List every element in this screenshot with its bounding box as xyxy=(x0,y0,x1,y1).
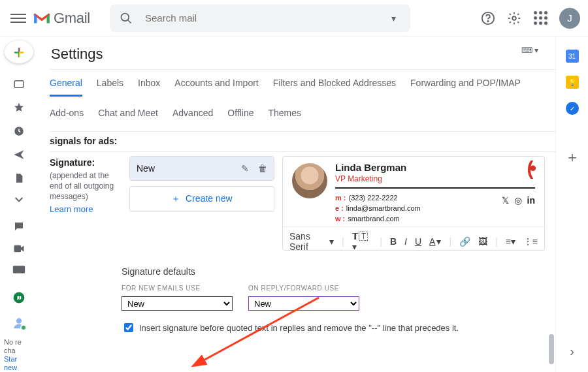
image-icon[interactable]: 🖼 xyxy=(478,236,487,247)
email-key: e : xyxy=(335,204,344,212)
svg-line-1 xyxy=(127,20,131,23)
addons-plus-icon[interactable]: ＋ xyxy=(565,147,580,167)
search-input[interactable] xyxy=(144,12,376,24)
underline-icon[interactable]: U xyxy=(415,236,421,247)
tab-labels[interactable]: Labels xyxy=(97,74,123,97)
expand-icon[interactable] xyxy=(12,196,25,202)
list-icon[interactable]: ⋮≡ xyxy=(523,236,538,247)
edit-icon[interactable]: ✎ xyxy=(241,163,249,174)
starred-icon[interactable] xyxy=(12,102,25,114)
svg-rect-8 xyxy=(13,266,25,273)
card-name: Linda Bergman xyxy=(335,162,406,173)
tab-inbox[interactable]: Inbox xyxy=(138,74,160,97)
hangouts-icon[interactable] xyxy=(12,292,25,305)
account-avatar[interactable]: J xyxy=(559,8,580,29)
new-emails-label: FOR NEW EMAILS USE xyxy=(122,285,201,292)
help-icon[interactable] xyxy=(481,11,495,25)
bold-icon[interactable]: B xyxy=(390,236,397,247)
tab-offline[interactable]: Offline xyxy=(227,104,253,125)
new-link[interactable]: new xyxy=(4,364,34,372)
defaults-heading: Signature defaults xyxy=(122,266,555,277)
tab-forwarding[interactable]: Forwarding and POP/IMAP xyxy=(410,74,521,97)
collapse-sidepanel-icon[interactable]: › xyxy=(570,344,574,359)
chat-icon[interactable] xyxy=(12,221,25,232)
gmail-icon xyxy=(33,11,51,25)
signature-list: New ✎ 🗑 xyxy=(129,156,274,181)
snoozed-icon[interactable] xyxy=(12,125,25,137)
app-name: Gmail xyxy=(54,10,90,27)
gmail-logo[interactable]: Gmail xyxy=(33,10,90,27)
text-color-icon[interactable]: A▾ xyxy=(429,236,441,247)
keyboard-icon[interactable] xyxy=(12,265,25,274)
linkedin-icon: in xyxy=(527,195,535,224)
tab-themes[interactable]: Themes xyxy=(269,104,302,125)
profile-icon[interactable] xyxy=(12,317,25,330)
tab-addons[interactable]: Add-ons xyxy=(50,104,84,125)
twitter-icon: 𝕏 xyxy=(502,195,509,224)
create-new-button[interactable]: ＋ Create new xyxy=(129,186,274,212)
menu-icon[interactable] xyxy=(10,10,26,26)
tab-chat[interactable]: Chat and Meet xyxy=(98,104,158,125)
search-bar[interactable]: ▾ xyxy=(110,5,410,32)
insert-before-quoted-checkbox[interactable] xyxy=(124,323,133,332)
svg-point-10 xyxy=(16,318,22,324)
video-icon[interactable] xyxy=(12,244,25,253)
new-emails-select[interactable]: New xyxy=(122,296,233,311)
scrollbar-thumb[interactable] xyxy=(549,334,554,364)
signature-editor[interactable]: Linda Bergman VP Marketing (• m :(323) 2… xyxy=(282,156,545,251)
learn-more-link[interactable]: Learn more xyxy=(50,204,93,214)
svg-point-3 xyxy=(487,20,488,21)
instagram-icon: ◎ xyxy=(514,195,522,224)
main-content: Settings ⌨ ▾ General Labels Inbox Accoun… xyxy=(38,37,555,372)
apps-icon[interactable] xyxy=(533,11,547,25)
compose-button[interactable]: ＋ xyxy=(5,40,33,63)
phone-value: (323) 222-2222 xyxy=(349,194,398,202)
reply-forward-label: ON REPLY/FORWARD USE xyxy=(248,285,339,292)
prev-section-tail: signals for ads: xyxy=(50,134,555,147)
settings-tabs-secondary: Add-ons Chat and Meet Advanced Offline T… xyxy=(50,97,555,132)
italic-icon[interactable]: I xyxy=(404,236,407,247)
web-value: smartbrand.com xyxy=(348,215,399,223)
keep-icon[interactable]: 💡 xyxy=(566,76,579,89)
phone-key: m : xyxy=(335,194,346,202)
align-icon[interactable]: ≡▾ xyxy=(506,236,515,247)
svg-point-4 xyxy=(512,16,516,20)
brand-logo: (• xyxy=(527,162,533,183)
web-key: w : xyxy=(335,215,345,223)
start-link[interactable]: Star xyxy=(4,355,34,364)
left-sidebar: ＋ No re cha Star new xyxy=(0,37,38,372)
search-icon xyxy=(119,11,133,25)
input-tools-icon[interactable]: ⌨ ▾ xyxy=(521,46,538,55)
calendar-icon[interactable]: 31 xyxy=(566,50,579,63)
signature-item-name: New xyxy=(137,163,155,174)
signature-desc: (appended at the end of all outgoing mes… xyxy=(50,170,122,202)
right-sidebar: 31 💡 ✓ ＋ › xyxy=(555,37,588,372)
tasks-icon[interactable]: ✓ xyxy=(566,102,579,115)
font-size-icon[interactable]: 𝗧🇹 ▾ xyxy=(352,231,372,251)
tab-advanced[interactable]: Advanced xyxy=(172,104,213,125)
link-icon[interactable]: 🔗 xyxy=(459,236,470,247)
create-new-label: Create new xyxy=(186,193,233,204)
signature-item[interactable]: New ✎ 🗑 xyxy=(130,157,274,180)
tab-accounts[interactable]: Accounts and Import xyxy=(174,74,258,97)
app-header: Gmail ▾ J xyxy=(0,0,588,37)
card-title: VP Marketing xyxy=(335,174,406,183)
email-value: linda@smartbrand.com xyxy=(346,204,421,212)
avatar-photo xyxy=(292,163,327,198)
svg-point-0 xyxy=(121,13,129,21)
signature-label: Signature: xyxy=(50,156,122,169)
inbox-icon[interactable] xyxy=(12,78,25,90)
page-title: Settings xyxy=(51,46,555,63)
font-picker[interactable]: Sans Serif ▾ xyxy=(289,231,334,251)
drafts-icon[interactable] xyxy=(12,172,25,184)
tab-filters[interactable]: Filters and Blocked Addresses xyxy=(273,74,396,97)
delete-icon[interactable]: 🗑 xyxy=(258,163,267,174)
editor-toolbar: Sans Serif ▾ | 𝗧🇹 ▾ | B I U A▾ | 🔗 🖼 | ≡… xyxy=(283,226,544,251)
settings-tabs-primary: General Labels Inbox Accounts and Import… xyxy=(50,74,555,97)
settings-gear-icon[interactable] xyxy=(507,11,521,25)
search-dropdown-icon[interactable]: ▾ xyxy=(387,11,401,25)
sent-icon[interactable] xyxy=(12,149,25,161)
svg-rect-7 xyxy=(14,245,22,252)
tab-general[interactable]: General xyxy=(50,74,82,97)
reply-forward-select[interactable]: New xyxy=(248,296,359,311)
